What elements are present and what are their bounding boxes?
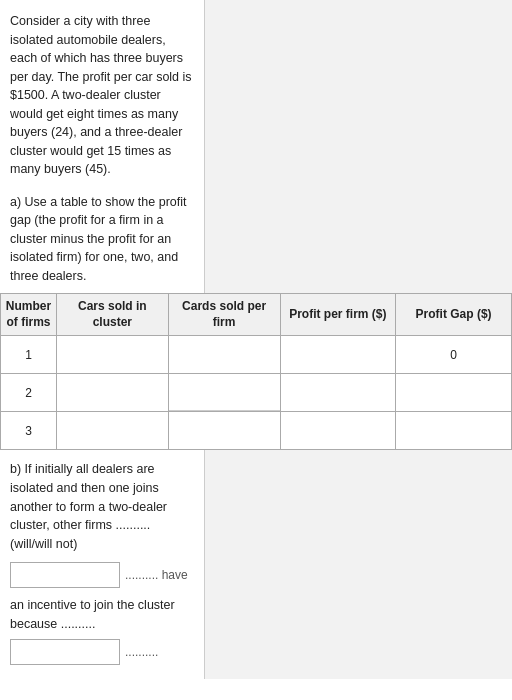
row3-profit-firm[interactable]	[280, 412, 396, 450]
row1-profit-firm-input[interactable]	[281, 336, 396, 373]
row3-num: 3	[1, 412, 57, 450]
row2-profit-firm[interactable]	[280, 374, 396, 412]
row3-cards-firm-input[interactable]	[169, 412, 280, 449]
question-a-text: a) Use a table to show the profit gap (t…	[10, 195, 186, 283]
table-row: 1 0	[1, 336, 512, 374]
row2-cars-cluster[interactable]	[56, 374, 168, 412]
row3-profit-gap[interactable]	[396, 412, 512, 450]
row2-profit-gap[interactable]	[396, 374, 512, 412]
incentive-text: an incentive to join the cluster because…	[10, 596, 194, 634]
row1-num: 1	[1, 336, 57, 374]
row3-cards-firm[interactable]	[168, 412, 280, 450]
row3-cars-cluster[interactable]	[56, 412, 168, 450]
row1-cars-cluster[interactable]	[56, 336, 168, 374]
row2-profit-gap-input[interactable]	[396, 374, 511, 411]
section-b-panel: b) If initially all dealers are isolated…	[0, 450, 205, 679]
row2-num: 2	[1, 374, 57, 412]
section-b-right-empty	[205, 450, 512, 679]
because-row: ..........	[10, 639, 194, 665]
left-text-column: Consider a city with three isolated auto…	[0, 0, 205, 293]
row2-cards-firm-input[interactable]	[169, 374, 280, 411]
row2-profit-firm-input[interactable]	[281, 374, 396, 411]
row2-cards-firm[interactable]	[168, 374, 280, 412]
row3-profit-firm-input[interactable]	[281, 412, 396, 449]
header-profit-firm: Profit per firm ($)	[280, 294, 396, 336]
row1-profit-gap: 0	[396, 336, 512, 374]
intro-paragraph: Consider a city with three isolated auto…	[10, 12, 194, 179]
question-a-label: a) Use a table to show the profit gap (t…	[10, 193, 194, 286]
header-cards-firm: Cards sold per firm	[168, 294, 280, 336]
header-profit-gap: Profit Gap ($)	[396, 294, 512, 336]
table-row: 3	[1, 412, 512, 450]
data-table: Number of firms Cars sold in cluster Car…	[0, 293, 512, 450]
question-b-paragraph: b) If initially all dealers are isolated…	[10, 460, 194, 554]
row1-profit-firm[interactable]	[280, 336, 396, 374]
row1-cards-firm-input[interactable]	[169, 336, 280, 373]
row1-cars-cluster-input[interactable]	[57, 336, 168, 373]
table-wrapper: Number of firms Cars sold in cluster Car…	[0, 293, 512, 450]
header-cars-cluster: Cars sold in cluster	[56, 294, 168, 336]
because-dotted-text: ..........	[125, 645, 158, 659]
row2-cars-cluster-input[interactable]	[57, 374, 168, 411]
table-row: 2	[1, 374, 512, 412]
row3-profit-gap-input[interactable]	[396, 412, 511, 449]
will-not-row: .......... have	[10, 562, 194, 588]
row3-cars-cluster-input[interactable]	[57, 412, 168, 449]
have-dotted-text: .......... have	[125, 568, 188, 582]
intro-text: Consider a city with three isolated auto…	[10, 14, 192, 176]
header-num-firms: Number of firms	[1, 294, 57, 336]
row1-cards-firm[interactable]	[168, 336, 280, 374]
right-empty-area	[205, 0, 512, 293]
will-not-input[interactable]	[10, 562, 120, 588]
because-input[interactable]	[10, 639, 120, 665]
